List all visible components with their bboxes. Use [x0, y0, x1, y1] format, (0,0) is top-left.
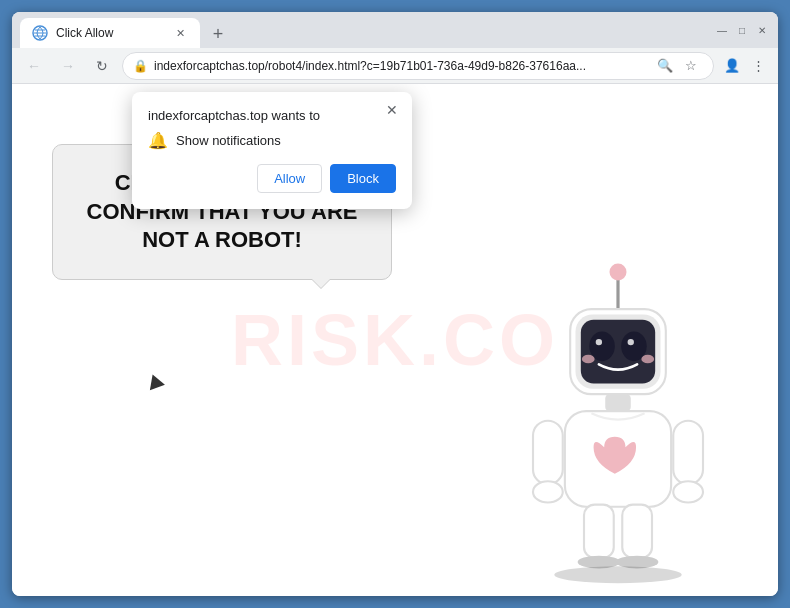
reload-button[interactable]: ↻: [88, 52, 116, 80]
svg-point-5: [610, 263, 627, 280]
svg-point-20: [673, 481, 703, 502]
popup-permission-row: 🔔 Show notifications: [148, 131, 396, 150]
page-content: RISK.CO ✕ indexforcaptchas.top wants to …: [12, 84, 778, 596]
allow-button[interactable]: Allow: [257, 164, 322, 193]
maximize-button[interactable]: □: [734, 22, 750, 38]
url-text: indexforcaptchas.top/robot4/index.html?c…: [154, 59, 647, 73]
svg-point-11: [596, 339, 602, 345]
svg-point-13: [582, 355, 595, 364]
cursor-pointer: [145, 372, 165, 391]
new-tab-button[interactable]: +: [204, 20, 232, 48]
active-tab[interactable]: Click Allow ✕: [20, 18, 200, 48]
robot-illustration: [498, 256, 738, 596]
svg-rect-15: [605, 394, 631, 411]
svg-rect-21: [584, 505, 614, 558]
popup-site-text: indexforcaptchas.top wants to: [148, 108, 396, 123]
notification-popup: ✕ indexforcaptchas.top wants to 🔔 Show n…: [132, 92, 412, 209]
address-bar: ← → ↻ 🔒 indexforcaptchas.top/robot4/inde…: [12, 48, 778, 84]
bell-icon: 🔔: [148, 131, 168, 150]
svg-rect-19: [673, 421, 703, 485]
browser-window: Click Allow ✕ + — □ ✕ ← → ↻ 🔒 indexforca…: [12, 12, 778, 596]
close-button[interactable]: ✕: [754, 22, 770, 38]
lock-icon: 🔒: [133, 59, 148, 73]
url-box[interactable]: 🔒 indexforcaptchas.top/robot4/index.html…: [122, 52, 714, 80]
toolbar-right: 👤 ⋮: [720, 54, 770, 78]
svg-rect-17: [533, 421, 563, 485]
permission-text: Show notifications: [176, 133, 281, 148]
window-controls: — □ ✕: [714, 22, 770, 38]
tab-close-button[interactable]: ✕: [172, 25, 188, 41]
block-button[interactable]: Block: [330, 164, 396, 193]
title-bar: Click Allow ✕ + — □ ✕: [12, 12, 778, 48]
tab-favicon: [32, 25, 48, 41]
svg-point-14: [641, 355, 654, 364]
minimize-button[interactable]: —: [714, 22, 730, 38]
menu-icon[interactable]: ⋮: [746, 54, 770, 78]
tab-area: Click Allow ✕ +: [20, 12, 710, 48]
url-actions: 🔍 ☆: [653, 54, 703, 78]
svg-point-25: [554, 566, 682, 583]
robot-svg: [498, 256, 738, 596]
bookmark-icon[interactable]: ☆: [679, 54, 703, 78]
popup-buttons: Allow Block: [148, 164, 396, 193]
search-icon[interactable]: 🔍: [653, 54, 677, 78]
svg-point-12: [628, 339, 634, 345]
svg-rect-22: [622, 505, 652, 558]
back-button[interactable]: ←: [20, 52, 48, 80]
profile-icon[interactable]: 👤: [720, 54, 744, 78]
svg-point-18: [533, 481, 563, 502]
popup-close-button[interactable]: ✕: [382, 100, 402, 120]
tab-title: Click Allow: [56, 26, 164, 40]
forward-button[interactable]: →: [54, 52, 82, 80]
